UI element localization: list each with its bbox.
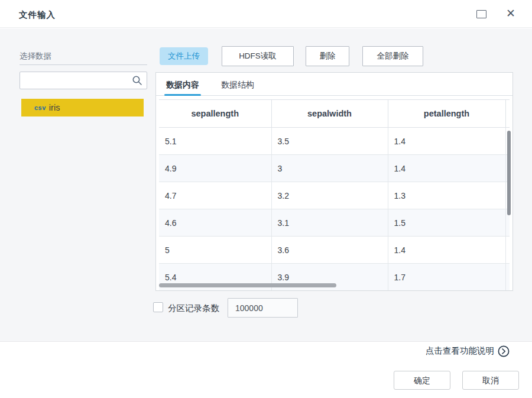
cell: 5.1 xyxy=(159,128,271,155)
cell: 1.4 xyxy=(388,155,505,182)
table-row[interactable]: 5 3.6 1.4 xyxy=(159,237,510,264)
table-row[interactable]: 4.6 3.1 1.5 xyxy=(159,209,510,237)
close-icon[interactable]: ✕ xyxy=(504,7,517,20)
cell: 4.9 xyxy=(159,155,271,182)
cell: 1.4 xyxy=(388,237,505,264)
cell: 3.5 xyxy=(271,128,388,155)
help-arrow-icon xyxy=(498,345,510,357)
tab-data-structure[interactable]: 数据结构 xyxy=(221,73,254,95)
column-header-sliver xyxy=(505,100,510,128)
table-row[interactable]: 4.9 3 1.4 xyxy=(159,155,510,182)
csv-type-badge: csv xyxy=(34,104,46,111)
cell: 5 xyxy=(159,237,271,264)
ok-button[interactable]: 确定 xyxy=(394,371,450,390)
column-header: sepallength xyxy=(159,100,271,128)
file-input-dialog: { "window": { "title": "文件输入" }, "sideba… xyxy=(0,0,532,398)
file-upload-button[interactable]: 文件上传 xyxy=(160,47,208,65)
table-row[interactable]: 5.1 3.5 1.4 xyxy=(159,128,510,155)
help-link[interactable]: 点击查看功能说明 xyxy=(426,345,510,357)
cell-sliver xyxy=(505,264,510,291)
partition-count-input[interactable] xyxy=(228,298,298,318)
select-data-label: 选择数据 xyxy=(20,51,51,62)
cell: 3.1 xyxy=(271,209,388,237)
data-panel: 数据内容 数据结构 sepallength sepalwidth petalle… xyxy=(155,72,513,291)
vertical-scrollbar[interactable] xyxy=(507,131,511,215)
table-header-row: sepallength sepalwidth petallength xyxy=(159,100,510,128)
search-input[interactable] xyxy=(24,72,129,89)
hdfs-read-button[interactable]: HDFS读取 xyxy=(222,46,294,66)
cell-sliver xyxy=(505,237,510,264)
cell: 1.3 xyxy=(388,182,505,209)
sidebar-divider xyxy=(20,64,147,65)
delete-button[interactable]: 删除 xyxy=(306,46,349,66)
dataset-name: iris xyxy=(49,103,60,112)
tabs-row: 数据内容 数据结构 xyxy=(156,73,512,96)
tab-data-content[interactable]: 数据内容 xyxy=(166,73,199,95)
cell: 3.6 xyxy=(271,237,388,264)
column-header: sepalwidth xyxy=(271,100,388,128)
search-icon[interactable] xyxy=(132,75,142,86)
column-header: petallength xyxy=(388,100,505,128)
partition-checkbox[interactable] xyxy=(153,302,163,312)
dataset-item-iris[interactable]: csv iris xyxy=(21,99,144,117)
data-table: sepallength sepalwidth petallength 5.1 3… xyxy=(159,99,510,291)
footer-divider xyxy=(0,341,532,342)
cancel-button[interactable]: 取消 xyxy=(462,371,519,390)
cell: 1.5 xyxy=(388,209,505,237)
dataset-search-box xyxy=(20,72,147,89)
horizontal-scrollbar[interactable] xyxy=(159,283,336,287)
dialog-title: 文件输入 xyxy=(19,9,56,21)
delete-all-button[interactable]: 全部删除 xyxy=(362,46,423,66)
cell: 4.7 xyxy=(159,182,271,209)
title-bar xyxy=(0,0,532,28)
maximize-icon[interactable] xyxy=(476,10,486,18)
cell: 4.6 xyxy=(159,209,271,237)
help-text: 点击查看功能说明 xyxy=(426,345,494,357)
table-row[interactable]: 4.7 3.2 1.3 xyxy=(159,182,510,209)
cell: 3.2 xyxy=(271,182,388,209)
partition-label: 分区记录条数 xyxy=(168,303,219,314)
cell: 1.4 xyxy=(388,128,505,155)
cell: 3 xyxy=(271,155,388,182)
cell: 1.7 xyxy=(388,264,505,291)
